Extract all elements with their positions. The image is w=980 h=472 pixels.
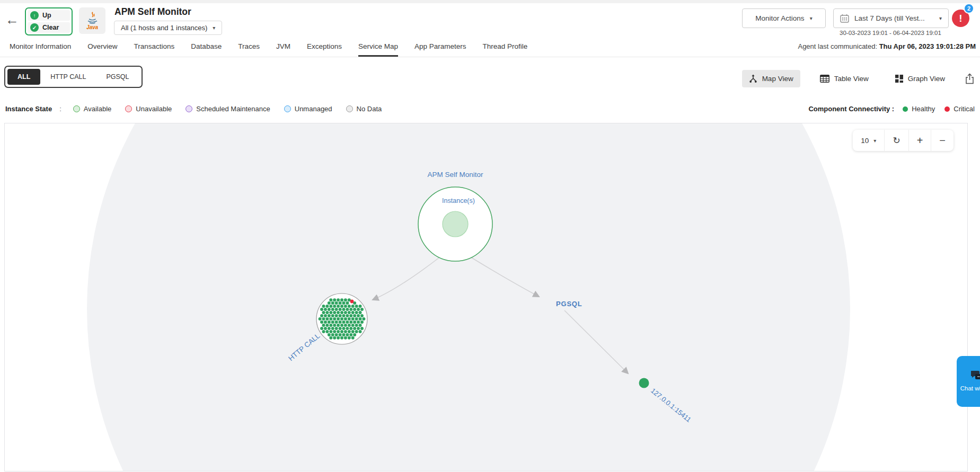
instance-dot-healthy — [324, 320, 327, 324]
pgsql-node-label[interactable]: PGSQL — [556, 300, 582, 308]
tab-database[interactable]: Database — [191, 38, 222, 57]
instance-dot-healthy — [340, 330, 343, 333]
tab-bar-tabs: Monitor InformationOverviewTransactionsD… — [10, 38, 527, 57]
instance-dot-healthy — [339, 301, 342, 305]
tab-overview[interactable]: Overview — [87, 38, 117, 57]
refresh-button[interactable]: ↻ — [884, 130, 908, 151]
legend-item-label: Scheduled Maintenance — [196, 105, 270, 113]
legend-item-label: No Data — [357, 105, 382, 113]
instance-dot-healthy — [342, 320, 345, 324]
instance-dot-healthy — [359, 317, 362, 320]
legend-item-scheduled-maintenance: Scheduled Maintenance — [186, 105, 270, 113]
refresh-icon: ↻ — [893, 135, 900, 146]
instance-dot-healthy — [325, 311, 329, 314]
legend-item-label: Available — [84, 105, 112, 113]
root-node-label[interactable]: APM Self Monitor — [427, 171, 483, 179]
instance-dot-healthy — [325, 305, 329, 308]
instance-dot-healthy — [344, 336, 347, 340]
graph-view-icon — [895, 75, 903, 83]
instance-dot-healthy — [348, 305, 351, 308]
instance-dot-healthy — [340, 298, 343, 301]
instance-dot-healthy — [342, 314, 345, 317]
root-instance-dot[interactable] — [443, 211, 468, 237]
tab-app-parameters[interactable]: App Parameters — [414, 38, 466, 57]
tab-transactions[interactable]: Transactions — [134, 38, 175, 57]
root-node-sublabel[interactable]: Instance(s) — [442, 197, 475, 204]
legend-circle-icon — [73, 105, 80, 112]
node-limit-select[interactable]: 10 ▾ — [853, 130, 884, 151]
pgsql-instance-dot[interactable] — [639, 378, 649, 388]
instance-dot-healthy — [359, 324, 362, 327]
java-icon — [85, 12, 100, 25]
table-view-button[interactable]: Table View — [813, 70, 876, 87]
instance-dot-healthy — [333, 298, 336, 301]
page-title: APM Self Monitor — [114, 6, 191, 17]
map-view-button[interactable]: Map View — [742, 70, 800, 87]
service-map-canvas[interactable]: APM Self Monitor Instance(s) HTTP CALL P… — [5, 123, 967, 471]
zoom-in-button[interactable]: + — [908, 130, 931, 151]
date-range-picker[interactable]: Last 7 Days (till Yest... ▾ — [833, 8, 949, 28]
instance-dot-healthy — [329, 305, 332, 308]
instance-dot-healthy — [320, 327, 323, 330]
instance-dot-healthy — [360, 308, 364, 311]
export-button[interactable] — [965, 73, 975, 84]
instance-dot-healthy — [348, 324, 351, 327]
instance-dot-healthy — [351, 330, 355, 333]
instance-dot-healthy — [337, 330, 340, 333]
tab-monitor-information[interactable]: Monitor Information — [10, 38, 71, 57]
instance-dot-healthy — [349, 327, 352, 330]
legend-item-no-data: No Data — [346, 105, 382, 113]
instance-dot-healthy — [340, 336, 343, 340]
instance-dot-healthy — [355, 330, 358, 333]
instance-dot-healthy — [346, 308, 349, 311]
monitor-actions-button[interactable]: Monitor Actions ▾ — [742, 8, 826, 28]
instance-dot-healthy — [337, 336, 340, 340]
tab-jvm[interactable]: JVM — [276, 38, 290, 57]
tab-traces[interactable]: Traces — [238, 38, 260, 57]
instance-dot-healthy — [333, 311, 336, 314]
date-range-detail: 30-03-2023 19:01 - 06-04-2023 19:01 — [824, 30, 957, 36]
table-view-label: Table View — [834, 75, 869, 83]
instance-dot-healthy — [351, 311, 355, 314]
tab-service-map[interactable]: Service Map — [358, 38, 398, 57]
service-map-panel: APM Self Monitor Instance(s) HTTP CALL P… — [4, 123, 968, 471]
instance-dot-healthy — [344, 317, 347, 320]
instance-dot-healthy — [349, 314, 352, 317]
instance-dot-healthy — [355, 311, 358, 314]
instance-dot-healthy — [333, 330, 336, 333]
instance-dot-healthy — [344, 298, 347, 301]
instance-dot-healthy — [328, 308, 331, 311]
back-arrow-icon[interactable]: ← — [5, 13, 19, 26]
instance-dot-healthy — [328, 333, 331, 336]
instance-dot-healthy — [328, 327, 331, 330]
filter-http-call[interactable]: HTTP CALL — [40, 69, 96, 85]
instance-dot-healthy — [351, 317, 355, 320]
instance-dot-healthy — [357, 327, 360, 330]
graph-view-button[interactable]: Graph View — [888, 70, 952, 87]
notification-count-badge: 2 — [964, 3, 974, 14]
connectivity-item-critical: Critical — [944, 105, 975, 113]
instance-dot-healthy — [348, 330, 351, 333]
instance-dot-healthy — [328, 301, 331, 305]
host-instance-selector[interactable]: All (1 hosts and 1 instances) ▾ — [114, 21, 222, 35]
instance-dot-healthy — [337, 324, 340, 327]
legend-item-unavailable: Unavailable — [125, 105, 172, 113]
tab-exceptions[interactable]: Exceptions — [307, 38, 342, 57]
chat-widget[interactable]: Chat with us! — [957, 356, 980, 407]
filter-pgsql[interactable]: PGSQL — [96, 69, 139, 85]
zoom-out-button[interactable]: − — [931, 130, 953, 151]
instance-dot-healthy — [331, 301, 334, 305]
agent-last-communicated-value: Thu Apr 06, 2023 19:01:28 PM — [879, 42, 976, 50]
instance-dot-healthy — [320, 320, 323, 324]
instance-dot-healthy — [346, 320, 349, 324]
java-label: Java — [86, 24, 98, 30]
calendar-icon — [840, 14, 849, 23]
instance-dot-healthy — [359, 330, 362, 333]
filter-all[interactable]: ALL — [7, 69, 40, 85]
instance-dot-healthy — [333, 305, 336, 308]
instance-dot-healthy — [359, 305, 362, 308]
legend-dot-icon — [944, 106, 950, 112]
monitor-status-box: ↑ Up ✓ Clear — [25, 7, 73, 35]
instance-dot-healthy — [346, 314, 349, 317]
tab-thread-profile[interactable]: Thread Profile — [483, 38, 528, 57]
